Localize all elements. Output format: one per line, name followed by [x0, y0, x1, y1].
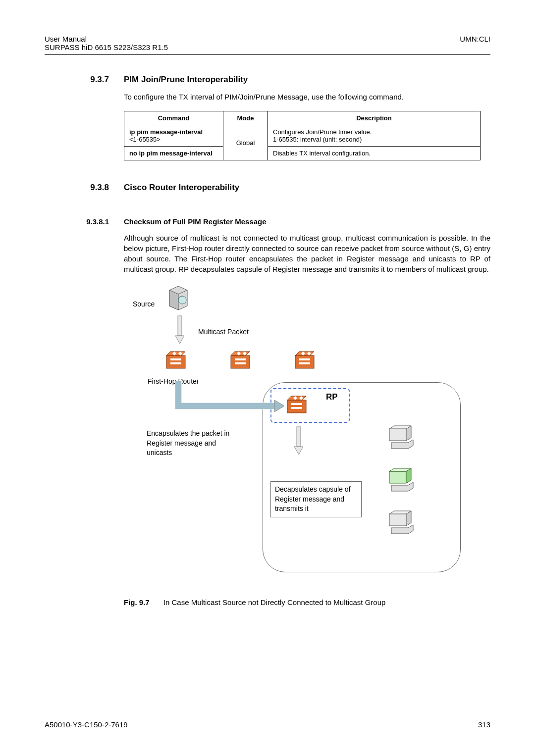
svg-marker-45	[391, 525, 413, 534]
figure-diagram: Source Multicast Packet First-Hop Router…	[124, 284, 481, 586]
figure-label: Fig. 9.7	[124, 598, 150, 606]
sec-9381-para: Although source of multicast is not conn…	[124, 233, 490, 274]
multicast-packet-label: Multicast Packet	[198, 328, 249, 336]
mode-cell: Global	[223, 125, 268, 160]
svg-rect-15	[235, 358, 246, 360]
source-label: Source	[133, 300, 155, 308]
footer-doc-id: A50010-Y3-C150-2-7619	[45, 720, 128, 729]
svg-marker-42	[389, 514, 406, 526]
table-header-row: Command Mode Description	[124, 111, 481, 125]
svg-rect-28	[291, 407, 302, 409]
decapsulates-box: Decapsulates capsule of Register message…	[270, 481, 362, 517]
header-left: User Manual SURPASS hiD 6615 S223/S323 R…	[45, 35, 168, 51]
svg-marker-34	[389, 429, 406, 441]
rp-label: RP	[326, 392, 338, 402]
th-description: Description	[268, 111, 481, 125]
svg-rect-19	[295, 355, 314, 368]
cmd1-line1: ip pim message-interval	[129, 128, 218, 136]
cmd-cell-1: ip pim message-interval <1-65535>	[124, 125, 223, 147]
svg-rect-9	[170, 358, 181, 360]
svg-rect-27	[291, 403, 302, 405]
desc1-line2: 1-65535: interval (unit: second)	[273, 136, 475, 143]
desc-cell-2: Disables TX interval configuration.	[268, 147, 481, 160]
sec-937-intro: To configure the TX interval of PIM/Join…	[124, 92, 490, 102]
svg-marker-37	[391, 440, 413, 449]
svg-rect-32	[297, 427, 301, 447]
table-row: ip pim message-interval <1-65535> Global…	[124, 125, 481, 147]
cmd1-line2: <1-65535>	[129, 136, 218, 143]
sec-9381-title: Checksum of Full PIM Register Message	[124, 217, 267, 226]
svg-rect-6	[166, 355, 185, 368]
svg-rect-10	[170, 362, 181, 364]
encapsulates-label: Encapsulates the packet in Register mess…	[147, 429, 241, 458]
svg-marker-33	[294, 447, 303, 454]
table-row: no ip pim message-interval Disables TX i…	[124, 147, 481, 160]
sec-937-title: PIM Join/Prune Interoperability	[124, 75, 248, 85]
desc-cell-1: Configures Join/Prune timer value. 1-655…	[268, 125, 481, 147]
sec-937-num: 9.3.7	[45, 75, 109, 85]
svg-marker-31	[274, 400, 284, 412]
svg-rect-13	[231, 355, 250, 368]
cmd-cell-2: no ip pim message-interval	[124, 147, 223, 160]
svg-marker-5	[175, 336, 184, 344]
svg-rect-25	[287, 400, 306, 413]
desc1-line1: Configures Join/Prune timer value.	[273, 128, 475, 136]
sec-9381-num: 9.3.8.1	[45, 217, 109, 226]
command-table: Command Mode Description ip pim message-…	[124, 111, 481, 160]
header-right: UMN:CLI	[460, 35, 490, 51]
svg-rect-21	[299, 358, 310, 360]
svg-rect-16	[235, 362, 246, 364]
header-rule	[45, 54, 490, 55]
decapsulates-label: Decapsulates capsule of Register message…	[275, 485, 351, 512]
svg-marker-41	[391, 482, 413, 491]
th-command: Command	[124, 111, 223, 125]
sec-938-num: 9.3.8	[45, 183, 109, 193]
footer-page-number: 313	[478, 720, 490, 729]
svg-rect-22	[299, 362, 310, 364]
header-left-line2: SURPASS hiD 6615 S223/S323 R1.5	[45, 43, 168, 51]
th-mode: Mode	[223, 111, 268, 125]
svg-marker-38	[389, 471, 406, 483]
sec-938-title: Cisco Router Interoperability	[124, 183, 239, 193]
svg-rect-4	[178, 316, 182, 336]
figure-caption: In Case Multicast Source not Directly Co…	[163, 598, 386, 606]
header-left-line1: User Manual	[45, 35, 168, 43]
